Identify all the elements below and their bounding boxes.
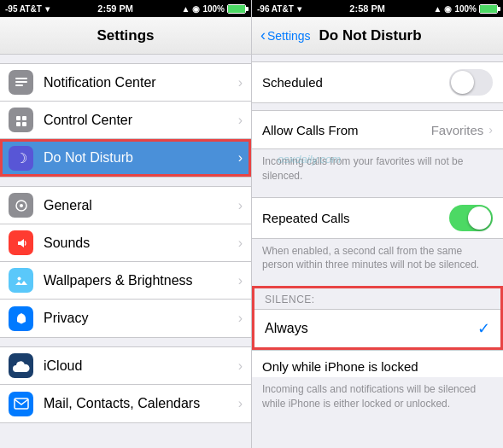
right-battery-icon: [479, 4, 498, 14]
svg-rect-10: [15, 399, 28, 409]
sounds-chevron: ›: [238, 236, 243, 251]
back-label: Settings: [267, 29, 311, 43]
left-status-bar: -95 AT&T ▾ 2:59 PM ▲ ◉ 100%: [0, 0, 251, 17]
sounds-label: Sounds: [44, 236, 238, 251]
svg-rect-3: [16, 116, 20, 120]
right-battery-text: 100%: [454, 4, 477, 14]
repeated-calls-sub: When enabled, a second call from the sam…: [252, 239, 503, 280]
section-3: iCloud › Mail, Contacts, Calendars ›: [0, 346, 251, 423]
wallpapers-chevron: ›: [238, 273, 243, 288]
signal-icon: ◉: [192, 4, 200, 14]
silence-section: SILENCE: Always ✓: [252, 286, 503, 350]
allow-calls-label: Allow Calls From: [262, 123, 431, 137]
control-center-chevron: ›: [238, 113, 243, 128]
always-label: Always: [265, 321, 477, 336]
gap-2: [252, 103, 503, 110]
right-battery: ▲ ◉ 100%: [434, 4, 498, 14]
control-center-item[interactable]: Control Center ›: [0, 102, 251, 139]
section-gap-top: [0, 55, 251, 63]
svg-rect-6: [22, 122, 26, 126]
sounds-item[interactable]: Sounds ›: [0, 224, 251, 262]
allow-calls-value: Favorites: [431, 123, 484, 137]
repeated-calls-toggle[interactable]: [449, 205, 493, 231]
repeated-calls-row: Repeated Calls: [252, 198, 503, 238]
only-locked-row[interactable]: Only while iPhone is locked: [252, 350, 503, 377]
section-1: Notification Center › Control Center ›: [0, 63, 251, 177]
mail-item[interactable]: Mail, Contacts, Calendars ›: [0, 385, 251, 422]
repeated-calls-label: Repeated Calls: [262, 211, 449, 225]
general-icon: [9, 193, 33, 218]
only-locked-label: Only while iPhone is locked: [252, 351, 503, 377]
left-status-carrier: -95 AT&T ▾: [5, 4, 50, 14]
mail-icon: [9, 392, 33, 416]
repeated-calls-toggle-knob: [468, 207, 491, 230]
general-label: General: [44, 198, 238, 213]
gap-3: [252, 190, 503, 197]
right-nav-title: Do Not Disturb: [319, 27, 422, 44]
control-center-label: Control Center: [44, 113, 238, 128]
battery-icon: [227, 4, 246, 14]
privacy-icon: [9, 306, 33, 331]
icloud-icon: [9, 353, 33, 378]
allow-calls-chevron: ›: [488, 123, 493, 137]
location-icon: ▲: [182, 4, 190, 14]
gap-1: [252, 55, 503, 61]
silence-container: SILENCE: Always ✓ Only while iPhone is l…: [252, 286, 503, 377]
icloud-item[interactable]: iCloud ›: [0, 347, 251, 385]
repeated-calls-section: Repeated Calls: [252, 197, 503, 239]
notification-center-item[interactable]: Notification Center ›: [0, 64, 251, 102]
do-not-disturb-label: Do Not Disturb: [44, 150, 238, 166]
general-item[interactable]: General ›: [0, 187, 251, 224]
right-location-icon: ▲: [434, 4, 442, 14]
only-locked-sub: Incoming calls and notifications will be…: [252, 377, 503, 418]
section-gap-2: [0, 177, 251, 186]
left-status-right: ▲ ◉ 100%: [182, 4, 246, 14]
settings-list: Notification Center › Control Center ›: [0, 55, 251, 448]
wallpapers-item[interactable]: Wallpapers & Brightness ›: [0, 262, 251, 300]
wallpapers-icon: [9, 268, 33, 293]
left-nav-title: Settings: [97, 27, 154, 44]
mail-label: Mail, Contacts, Calendars: [44, 396, 238, 411]
svg-rect-4: [22, 116, 26, 120]
wallpapers-label: Wallpapers & Brightness: [44, 273, 238, 288]
privacy-item[interactable]: Privacy ›: [0, 300, 251, 337]
left-nav-header: Settings: [0, 17, 251, 55]
icloud-label: iCloud: [44, 358, 238, 374]
do-not-disturb-icon: ☽: [9, 146, 33, 171]
notification-center-icon: [9, 70, 33, 95]
allow-calls-sub: Incoming calls from your favorites will …: [252, 149, 503, 190]
always-row[interactable]: Always ✓: [254, 310, 500, 347]
mail-chevron: ›: [238, 396, 243, 411]
back-button[interactable]: ‹ Settings: [260, 26, 311, 44]
battery-text: 100%: [202, 4, 225, 14]
svg-rect-5: [16, 122, 20, 126]
right-signal-icon: ◉: [444, 4, 452, 14]
svg-point-8: [20, 204, 23, 207]
notification-center-label: Notification Center: [44, 75, 238, 90]
do-not-disturb-item[interactable]: ☽ Do Not Disturb ›: [0, 139, 251, 177]
section-gap-3: [0, 338, 251, 346]
left-status-time: 2:59 PM: [97, 3, 133, 14]
carrier-text: -95 AT&T: [5, 4, 42, 14]
right-content: osxdaily.com Scheduled Allow Calls From …: [252, 55, 503, 448]
allow-calls-section: Allow Calls From Favorites ›: [252, 110, 503, 149]
general-chevron: ›: [238, 198, 243, 213]
section-2: General › Sounds ›: [0, 186, 251, 338]
scheduled-row: Scheduled: [252, 62, 503, 102]
svg-point-9: [17, 276, 20, 280]
notification-center-chevron: ›: [238, 75, 243, 90]
svg-rect-1: [15, 81, 27, 83]
right-panel: -96 AT&T ▾ 2:58 PM ▲ ◉ 100% ‹ Settings D…: [252, 0, 503, 448]
scheduled-toggle[interactable]: [449, 69, 493, 96]
back-chevron-icon: ‹: [260, 26, 266, 44]
right-time: 2:58 PM: [349, 3, 385, 14]
scheduled-toggle-knob: [451, 71, 474, 94]
left-panel: -95 AT&T ▾ 2:59 PM ▲ ◉ 100% Settings: [0, 0, 252, 448]
privacy-chevron: ›: [238, 311, 243, 326]
allow-calls-row[interactable]: Allow Calls From Favorites ›: [252, 111, 503, 148]
control-center-icon: [9, 108, 33, 132]
scheduled-section: Scheduled: [252, 61, 503, 103]
silence-header: SILENCE:: [254, 288, 500, 310]
right-carrier: -96 AT&T ▾: [257, 4, 301, 14]
sounds-icon: [9, 230, 33, 255]
